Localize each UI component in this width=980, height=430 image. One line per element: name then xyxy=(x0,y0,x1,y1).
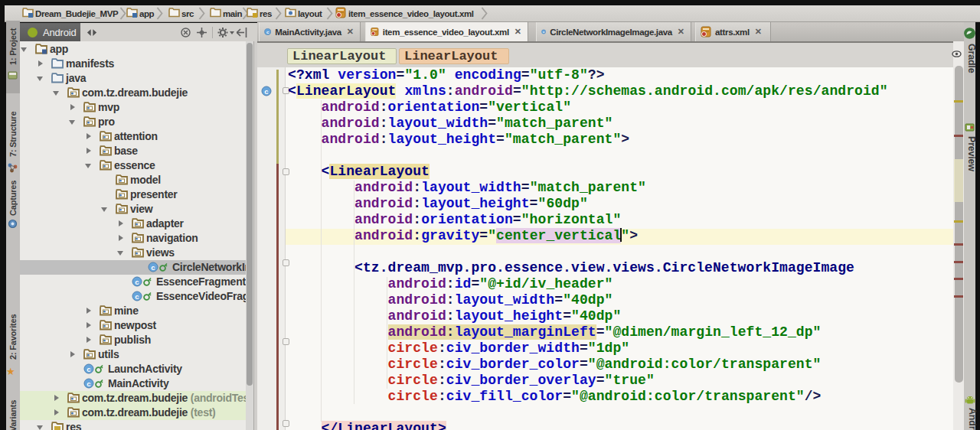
svg-text:c: c xyxy=(87,380,90,388)
svg-text:c: c xyxy=(264,87,268,96)
svg-text:c: c xyxy=(87,365,90,373)
svg-text:c: c xyxy=(266,29,270,34)
svg-text:c: c xyxy=(151,263,155,272)
svg-text:c: c xyxy=(135,278,139,286)
svg-text:c: c xyxy=(135,292,139,301)
